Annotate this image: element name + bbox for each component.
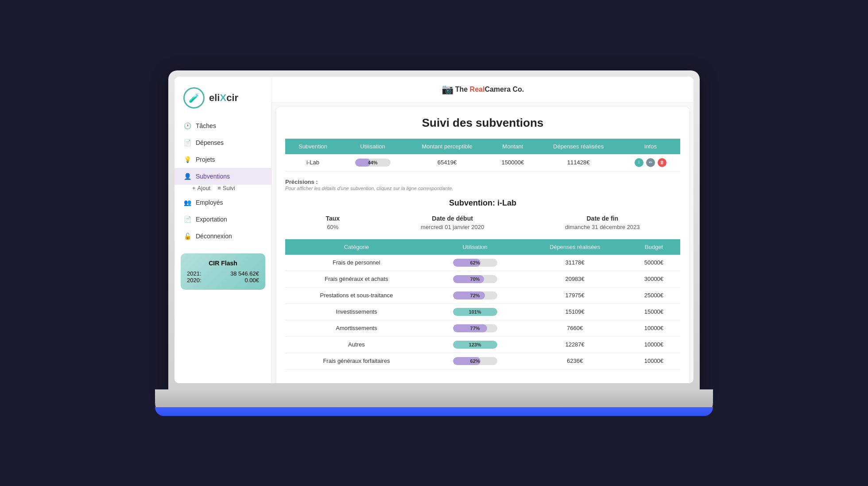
detail-cell-depenses: 12287€ bbox=[522, 336, 627, 353]
cir-value-2021: 38 546.62€ bbox=[230, 270, 259, 277]
date-fin-label: Date de fin bbox=[565, 215, 639, 222]
cell-montant-perceptible: 65419€ bbox=[405, 154, 489, 171]
content-area: Suivi des subventions Subvention Utilisa… bbox=[276, 107, 689, 383]
cell-montant: 150000€ bbox=[489, 154, 536, 171]
sub-nav-ajout[interactable]: + Ajout bbox=[192, 185, 210, 191]
detail-cell-utilisation: 70% bbox=[428, 271, 523, 287]
detail-cell-budget: 10000€ bbox=[628, 320, 680, 336]
date-debut-value: mercredi 01 janvier 2020 bbox=[421, 224, 484, 230]
stat-date-debut: Date de début mercredi 01 janvier 2020 bbox=[421, 215, 484, 230]
detail-table-row[interactable]: Amortissements77%7660€10000€ bbox=[285, 320, 680, 336]
sub-nav: + Ajout ≡ Suivi bbox=[174, 185, 271, 194]
cir-year-2021: 2021: bbox=[187, 270, 202, 277]
detail-table: Catégorie Utilisation Dépenses réalisées… bbox=[285, 239, 680, 369]
detail-cell-budget: 25000€ bbox=[628, 287, 680, 303]
subvention-detail: Subvention: i-Lab Taux 60% Date de début… bbox=[285, 198, 680, 369]
sidebar-item-employes[interactable]: 👥 Employés bbox=[174, 194, 271, 211]
logo-text: eliXcir bbox=[209, 92, 238, 104]
col-montant-perceptible: Montant perceptible bbox=[405, 139, 489, 154]
laptop-base-glow bbox=[155, 407, 713, 416]
brand-logo: 📷 The RealCamera Co. bbox=[442, 84, 524, 95]
sidebar-item-label: Déconnexion bbox=[196, 233, 232, 240]
detail-col-depenses: Dépenses réalisées bbox=[522, 239, 627, 255]
cir-value-2020: 0.00€ bbox=[244, 277, 259, 284]
clock-icon: 🕐 bbox=[183, 122, 191, 130]
header-bar: 📷 The RealCamera Co. bbox=[272, 77, 694, 103]
detail-title: Subvention: i-Lab bbox=[285, 198, 680, 208]
cir-flash-box: CIR Flash 2021: 38 546.62€ 2020: 0.00€ bbox=[181, 253, 265, 290]
sidebar-item-label: Exportation bbox=[196, 216, 227, 223]
edit-btn[interactable]: ✏ bbox=[646, 158, 655, 167]
main-table: Subvention Utilisation Montant perceptib… bbox=[285, 139, 680, 171]
sidebar-item-label: Dépenses bbox=[196, 139, 224, 146]
detail-cell-utilisation: 72% bbox=[428, 287, 523, 303]
detail-table-row[interactable]: Frais de personnel62%31178€50000€ bbox=[285, 255, 680, 271]
detail-stats: Taux 60% Date de début mercredi 01 janvi… bbox=[285, 215, 680, 230]
info-btn[interactable]: i bbox=[635, 158, 643, 167]
detail-col-budget: Budget bbox=[628, 239, 680, 255]
main-content: 📷 The RealCamera Co. Suivi des subventio… bbox=[272, 77, 694, 383]
detail-table-row[interactable]: Autres123%12287€10000€ bbox=[285, 336, 680, 353]
detail-col-utilisation: Utilisation bbox=[428, 239, 523, 255]
date-fin-value: dimanche 31 décembre 2023 bbox=[565, 224, 639, 230]
col-depenses: Dépenses réalisées bbox=[536, 139, 621, 154]
detail-cell-depenses: 6236€ bbox=[522, 353, 627, 369]
main-table-container: Subvention Utilisation Montant perceptib… bbox=[285, 139, 680, 171]
detail-cell-budget: 10000€ bbox=[628, 353, 680, 369]
detail-table-row[interactable]: Frais généraux et achats70%20983€30000€ bbox=[285, 271, 680, 287]
sidebar-item-subventions[interactable]: 👤 Subventions bbox=[174, 168, 271, 185]
precisions-label: Précisions : bbox=[285, 179, 318, 185]
detail-cell-budget: 50000€ bbox=[628, 255, 680, 271]
detail-table-row[interactable]: Prestations et sous-traitance72%17975€25… bbox=[285, 287, 680, 303]
detail-cell-utilisation: 62% bbox=[428, 353, 523, 369]
sidebar-item-label: Employés bbox=[196, 199, 223, 206]
detail-cell-utilisation: 101% bbox=[428, 303, 523, 320]
detail-cell-depenses: 17975€ bbox=[522, 287, 627, 303]
users-icon: 👥 bbox=[183, 198, 191, 206]
sidebar-item-label: Subventions bbox=[196, 173, 230, 180]
sidebar-item-deconnexion[interactable]: 🔓 Déconnexion bbox=[174, 228, 271, 245]
logout-icon: 🔓 bbox=[183, 232, 191, 240]
taux-label: Taux bbox=[326, 215, 340, 222]
stat-taux: Taux 60% bbox=[326, 215, 340, 230]
cir-year-2020: 2020: bbox=[187, 277, 202, 284]
detail-col-categorie: Catégorie bbox=[285, 239, 428, 255]
detail-table-header-row: Catégorie Utilisation Dépenses réalisées… bbox=[285, 239, 680, 255]
sidebar: 🧪 eliXcir 🕐 Tâches 📄 Dépenses 💡 Projets bbox=[174, 77, 272, 383]
detail-cell-budget: 10000€ bbox=[628, 336, 680, 353]
main-table-header-row: Subvention Utilisation Montant perceptib… bbox=[285, 139, 680, 154]
cell-subvention: i-Lab bbox=[285, 154, 341, 171]
brand-name: The RealCamera Co. bbox=[455, 86, 524, 93]
detail-cell-depenses: 20983€ bbox=[522, 271, 627, 287]
detail-cell-utilisation: 77% bbox=[428, 320, 523, 336]
col-infos: Infos bbox=[621, 139, 680, 154]
sidebar-item-projets[interactable]: 💡 Projets bbox=[174, 151, 271, 168]
detail-cell-categorie: Amortissements bbox=[285, 320, 428, 336]
precisions-hint: Pour afficher les détails d'une subventi… bbox=[285, 186, 453, 191]
detail-table-row[interactable]: Investissements101%15109€15000€ bbox=[285, 303, 680, 320]
detail-cell-depenses: 31178€ bbox=[522, 255, 627, 271]
detail-cell-categorie: Frais généraux et achats bbox=[285, 271, 428, 287]
detail-cell-categorie: Investissements bbox=[285, 303, 428, 320]
export-icon: 📄 bbox=[183, 215, 191, 223]
sidebar-item-exportation[interactable]: 📄 Exportation bbox=[174, 211, 271, 228]
detail-table-container: Catégorie Utilisation Dépenses réalisées… bbox=[285, 239, 680, 369]
cell-infos: i ✏ 🗑 bbox=[621, 154, 680, 171]
detail-table-row[interactable]: Frais généraux forfaitaires62%6236€10000… bbox=[285, 353, 680, 369]
cell-utilisation: 44% bbox=[341, 154, 405, 171]
page-title: Suivi des subventions bbox=[285, 116, 680, 130]
delete-btn[interactable]: 🗑 bbox=[658, 158, 666, 167]
col-utilisation: Utilisation bbox=[341, 139, 405, 154]
sidebar-item-taches[interactable]: 🕐 Tâches bbox=[174, 117, 271, 134]
detail-cell-categorie: Prestations et sous-traitance bbox=[285, 287, 428, 303]
plus-icon: + bbox=[192, 185, 196, 191]
sub-nav-suivi[interactable]: ≡ Suivi bbox=[217, 185, 235, 191]
table-row[interactable]: i-Lab44%65419€150000€111428€ i ✏ 🗑 bbox=[285, 154, 680, 171]
detail-cell-utilisation: 62% bbox=[428, 255, 523, 271]
date-debut-label: Date de début bbox=[421, 215, 484, 222]
sidebar-item-depenses[interactable]: 📄 Dépenses bbox=[174, 134, 271, 151]
user-icon: 👤 bbox=[183, 172, 191, 180]
sidebar-item-label: Projets bbox=[196, 156, 215, 163]
file-icon: 📄 bbox=[183, 139, 191, 147]
col-subvention: Subvention bbox=[285, 139, 341, 154]
